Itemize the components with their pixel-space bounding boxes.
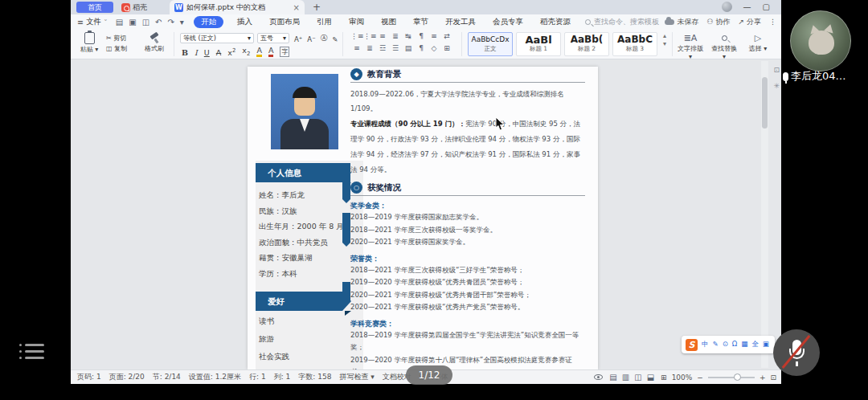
paragraph-icon[interactable]: ⇄ <box>440 32 453 44</box>
font-effect-icon[interactable]: A⁻ <box>307 35 315 43</box>
paragraph-icon[interactable]: ◇ <box>428 44 440 56</box>
ribbon-tab[interactable]: 稻壳资源 <box>537 16 574 28</box>
char-border-button[interactable]: 字 <box>280 47 289 57</box>
mute-microphone-button[interactable] <box>773 329 820 376</box>
paragraph-icon[interactable]: ≣ <box>389 32 402 44</box>
close-tab-icon[interactable]: × <box>293 3 300 12</box>
font-name-select[interactable]: 等线 (正文)▾ <box>180 33 254 43</box>
zoom-slider[interactable] <box>708 377 755 378</box>
status-item[interactable]: 页码: 1 <box>77 372 101 382</box>
ime-tool-icon[interactable]: 中 <box>702 340 709 349</box>
status-item[interactable]: 页面: 2/20 <box>109 372 145 382</box>
zoom-in-button[interactable]: + <box>760 373 766 382</box>
tab-home[interactable]: 首页 <box>76 2 113 13</box>
text-layout-button[interactable]: ≣A 文字排版 ▾ <box>677 33 704 60</box>
ime-tool-icon[interactable]: ▦ <box>741 340 747 349</box>
fit-page-icon[interactable]: ⊞ <box>661 373 667 382</box>
eye-protection-icon[interactable] <box>594 374 603 380</box>
collaborate-button[interactable]: ⚇协作 <box>706 17 730 27</box>
style-heading2[interactable]: AaBb( 标题 2 <box>564 32 609 56</box>
scrollbar-thumb[interactable] <box>762 77 768 129</box>
gallery-scrollbar[interactable]: ▴▾ <box>661 32 669 56</box>
resume-page[interactable]: 个人信息 姓名：李后龙民族：汉族出生年月：2000 年 8 月政治面貌：中共党员… <box>248 67 598 369</box>
ribbon-tab[interactable]: 开始 <box>194 16 223 28</box>
ime-tool-icon[interactable]: ▣ <box>763 340 769 349</box>
paragraph-icon[interactable]: ▤ <box>402 44 415 56</box>
ribbon-tab[interactable]: 页面布局 <box>266 16 303 28</box>
view-mode-icon[interactable]: ▥ <box>622 373 629 382</box>
status-item[interactable]: 列: 1 <box>274 372 291 382</box>
account-avatar[interactable] <box>722 2 732 12</box>
status-item[interactable]: 行: 1 <box>249 372 266 382</box>
subscript-button[interactable]: x2 <box>242 46 250 57</box>
font-effect-icon[interactable]: Ⓐ <box>321 34 328 43</box>
paste-button[interactable]: 粘贴 ▾ <box>77 32 101 54</box>
more-menu-icon[interactable]: ⋮ <box>769 18 776 26</box>
select-button[interactable]: ▷ 选择 ▾ <box>744 33 772 53</box>
new-tab-button[interactable]: + <box>313 2 321 13</box>
paragraph-icon[interactable]: ≡ <box>350 44 363 56</box>
ribbon-tab[interactable]: 开发工具 <box>442 16 479 28</box>
paragraph-icon[interactable]: ≡ <box>376 32 389 44</box>
ribbon-tab[interactable]: 审阅 <box>346 16 367 28</box>
sogou-logo-icon[interactable]: S <box>686 339 698 351</box>
ime-tool-icon[interactable]: ⊙ <box>723 340 728 349</box>
status-item[interactable]: 字数: 158 <box>298 372 331 382</box>
tab-document[interactable]: W 如何保研.pptx 中的文档 × <box>170 0 305 14</box>
paragraph-icon[interactable]: ¶ <box>415 44 428 56</box>
ribbon-tab[interactable]: 视图 <box>378 16 399 28</box>
cut-button[interactable]: ✂ 剪切 <box>106 33 127 43</box>
participant-avatar[interactable] <box>790 10 851 71</box>
font-effect-icon[interactable]: ✎ <box>332 35 338 43</box>
annotation-list-icon[interactable] <box>19 344 44 363</box>
paragraph-icon[interactable]: ¶ <box>415 32 428 44</box>
superscript-button[interactable]: x2 <box>227 47 235 57</box>
strikethrough-button[interactable]: A <box>216 48 222 57</box>
fullscreen-icon[interactable]: ⊡ <box>770 373 776 382</box>
font-color-button[interactable]: A <box>268 46 274 57</box>
zoom-out-button[interactable]: − <box>697 373 703 382</box>
paragraph-icon[interactable]: ⋮≡ <box>350 32 363 44</box>
ribbon-tab[interactable]: 插入 <box>234 16 256 28</box>
paragraph-icon[interactable]: ≣ <box>363 44 376 56</box>
side-tool-icon[interactable]: ✳ <box>773 82 780 90</box>
view-mode-icon[interactable]: ▤ <box>609 373 616 382</box>
view-mode-icon[interactable]: ⬓ <box>647 373 654 382</box>
status-item[interactable]: 设置值: 1.2厘米 <box>189 372 241 382</box>
ime-tool-icon[interactable]: Ω <box>732 340 738 349</box>
quick-access-icon[interactable]: ▣ <box>129 18 136 27</box>
view-mode-icon[interactable]: ◫ <box>634 373 641 382</box>
side-tool-icon[interactable]: ⊡ <box>773 66 780 74</box>
italic-button[interactable]: I <box>194 48 198 57</box>
bold-button[interactable]: B <box>182 48 188 57</box>
zoom-slider-knob[interactable] <box>734 373 741 381</box>
style-normal[interactable]: AaBbCcDx 正文 <box>468 32 513 56</box>
restore-button[interactable]: ▢ <box>763 2 770 11</box>
vertical-scrollbar[interactable] <box>761 61 768 368</box>
quick-access-icon[interactable]: ↷ <box>167 18 174 27</box>
format-painter-button[interactable]: 格式刷 <box>141 31 167 53</box>
quick-access-icon[interactable]: ◫ <box>142 18 149 27</box>
ime-tool-icon[interactable]: ✎ <box>713 340 719 349</box>
status-item[interactable]: 拼写检查 ▾ <box>339 372 374 382</box>
paragraph-icon[interactable]: ⋮≡ <box>363 32 376 44</box>
file-menu[interactable]: ≡ 文件 ˅ <box>77 17 108 27</box>
quick-access-icon[interactable]: ▤ <box>116 18 123 27</box>
font-size-select[interactable]: 五号▾ <box>257 33 289 43</box>
ribbon-tab[interactable]: 会员专享 <box>489 16 526 28</box>
style-heading1[interactable]: AaBl 标题 1 <box>516 32 561 56</box>
save-status[interactable]: 未保存 <box>665 17 698 27</box>
tab-docer[interactable]: 稻壳 <box>121 2 147 13</box>
underline-button[interactable]: U <box>204 48 210 57</box>
find-replace-button[interactable]: 查找替换 ▾ <box>710 33 738 60</box>
paragraph-icon[interactable]: ☲ <box>376 44 389 56</box>
ribbon-tab[interactable]: 引用 <box>313 16 335 28</box>
ribbon-tab[interactable]: 章节 <box>410 16 432 28</box>
minimize-button[interactable]: — <box>743 2 751 11</box>
zoom-value[interactable]: 100% <box>672 373 693 382</box>
ime-tool-icon[interactable]: 全 <box>751 340 759 349</box>
share-button[interactable]: ↗分享 <box>738 17 761 27</box>
paragraph-icon[interactable]: ≡ <box>428 32 440 44</box>
paragraph-icon[interactable]: ☰ <box>389 44 402 56</box>
quick-access-icon[interactable]: ↶ <box>155 18 162 27</box>
